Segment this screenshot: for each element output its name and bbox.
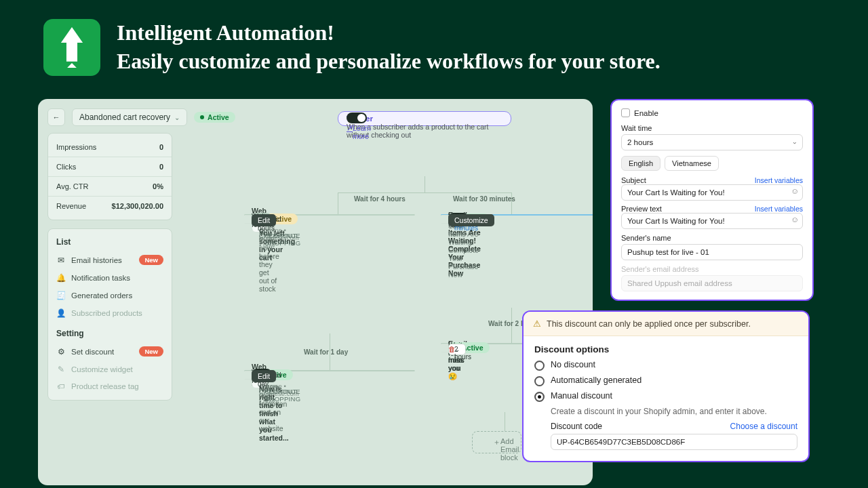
delete-button[interactable]: 🗑 (448, 345, 456, 353)
stat-label: Revenue (56, 202, 86, 210)
add-email-block-button[interactable]: ＋ Add Email block (472, 431, 521, 453)
sidebar: List ✉Email historiesNew 🔔Notification t… (47, 228, 172, 401)
sidebar-item-generated-orders[interactable]: 🧾Generated orders (51, 287, 169, 304)
discount-options-title: Discount options (534, 344, 797, 354)
mail-icon: ✉ (56, 256, 66, 265)
emoji-icon[interactable]: ☺ (791, 187, 799, 195)
email-settings-panel: Enable Wait time 2 hours English Vietnam… (610, 99, 814, 301)
pencil-icon: ✎ (56, 365, 66, 374)
flow-title-dropdown[interactable]: Abandoned cart recovery ⌄ (72, 108, 187, 126)
edit-button[interactable]: Edit (252, 370, 276, 382)
edge-label: Wait for 1 day (304, 348, 348, 356)
sender-email-input: Shared Uppush email address (621, 275, 803, 291)
email1-node[interactable]: ✉ Email 1 Active Your Items Are Waiting!… (441, 214, 593, 216)
radio-auto-discount[interactable]: Automatically generated (534, 375, 797, 386)
trigger-node[interactable]: ⚡ Trigger When a subscriber adds a produ… (338, 111, 511, 126)
orders-icon: 🧾 (56, 291, 66, 300)
hero-subtitle: Easily customize and personalize workflo… (117, 47, 660, 76)
trigger-toggle[interactable] (347, 113, 367, 123)
preview-label: Preview text (621, 205, 662, 213)
subject-input[interactable]: Your Cart Is Waiting for You! (621, 184, 803, 201)
stat-value: $12,300,020.00 (112, 202, 163, 210)
wait-time-label: Wait time (621, 124, 803, 132)
manual-hint: Create a discount in your Shopify admin,… (551, 407, 797, 416)
enable-label: Enable (634, 109, 658, 117)
back-button[interactable]: ← (47, 108, 65, 126)
warning-icon: ⚠ (533, 319, 541, 329)
flow-name: Abandoned cart recovery (79, 113, 170, 122)
user-icon: 👤 (56, 308, 66, 318)
sidebar-section-list: List (51, 235, 169, 251)
tag-icon: 🏷 (56, 382, 66, 390)
webpush2-node[interactable]: 📣 Web Push 2 Active Android ⌄ ◎ Chrome •… (244, 370, 415, 371)
customize-button[interactable]: Customize (448, 214, 494, 226)
insert-variables-link[interactable]: Insert variables (755, 205, 803, 213)
new-badge: New (139, 255, 163, 265)
stat-value: 0 (159, 143, 163, 151)
trigger-body: When a subscriber adds a product to the … (347, 123, 511, 139)
radio-no-discount[interactable]: No discount (534, 360, 797, 371)
radio-manual-discount[interactable]: Manual discount (534, 391, 797, 402)
sidebar-item-customize-widget[interactable]: ✎Customize widget (51, 361, 169, 378)
stats-panel: Impressions0 Clicks0 Avg. CTR0% Revenue$… (47, 133, 172, 220)
warning-text: This discount can only be applied once p… (547, 319, 751, 329)
discount-code-label: Discount code (551, 422, 602, 431)
discount-options-panel: ⚠This discount can only be applied once … (522, 310, 810, 462)
edit-button[interactable]: Edit (252, 214, 276, 226)
insert-variables-link[interactable]: Insert variables (755, 176, 803, 184)
sidebar-item-notification-tasks[interactable]: 🔔Notification tasks (51, 269, 169, 287)
bell-icon: 🔔 (56, 273, 66, 283)
sidebar-item-email-histories[interactable]: ✉Email historiesNew (51, 251, 169, 269)
edge-label: Wait for 30 minutes (453, 195, 515, 203)
sender-name-input[interactable]: Pushup test for live - 01 (621, 244, 803, 260)
chevron-down-icon: ⌄ (174, 114, 180, 121)
sidebar-item-product-release-tag[interactable]: 🏷Product release tag (51, 378, 169, 394)
hero-title: Intelligent Automation! (117, 19, 660, 47)
learn-more-link[interactable]: ↗ Learn more (347, 124, 353, 132)
edge-label: Wait for 4 hours (354, 195, 406, 203)
new-badge: New (139, 346, 163, 357)
stat-label: Clicks (56, 163, 76, 171)
sender-email-label: Sender's email address (621, 265, 803, 273)
app-logo (43, 19, 100, 76)
webpush1-node[interactable]: 📣 Web Push 1 Inactive Android ⌄ ◎ Chrome… (244, 214, 415, 216)
sender-name-label: Sender's name (621, 234, 803, 242)
subject-label: Subject (621, 176, 646, 184)
stat-label: Avg. CTR (56, 182, 88, 190)
discount-code-input[interactable]: UP-64CB6549D77C3EB5D08CD86F (551, 434, 797, 450)
sidebar-item-subscribed-products[interactable]: 👤Subscribed products (51, 304, 169, 322)
stat-label: Impressions (56, 143, 96, 151)
wait-time-select[interactable]: 2 hours (621, 134, 803, 150)
sidebar-item-set-discount[interactable]: ⚙Set discountNew (51, 342, 169, 361)
gear-icon: ⚙ (56, 347, 66, 357)
stat-value: 0 (159, 163, 163, 171)
preview-input[interactable]: Your Cart Is Waiting for You! (621, 213, 803, 229)
tab-english[interactable]: English (621, 156, 660, 171)
workflow-editor: ← Abandoned cart recovery ⌄ Active Impre… (38, 99, 593, 485)
tab-vietnamese[interactable]: Vietnamese (665, 156, 719, 171)
emoji-icon[interactable]: ☺ (791, 216, 799, 224)
choose-discount-link[interactable]: Choose a discount (730, 422, 797, 431)
sidebar-section-setting: Setting (51, 326, 169, 342)
stat-value: 0% (153, 182, 163, 190)
enable-checkbox[interactable] (621, 108, 630, 117)
